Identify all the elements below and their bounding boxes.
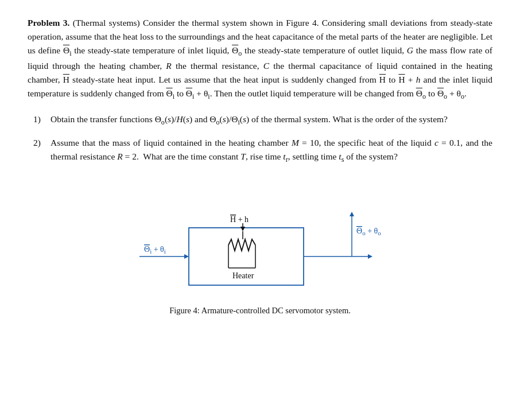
svg-marker-6 xyxy=(240,227,245,231)
problem-paragraph: Problem 3. (Thermal systems) Consider th… xyxy=(28,16,492,102)
q1-number: 1) xyxy=(33,112,51,126)
problem-subtitle: (Thermal systems) Consider the thermal s… xyxy=(28,18,492,98)
svg-text:Heater: Heater xyxy=(232,271,254,280)
figure-area: Θi + θi H + h xyxy=(28,182,492,316)
q1-content: Obtain the transfer functions Θo(s)/H(s)… xyxy=(51,112,492,128)
questions-list: 1) Obtain the transfer functions Θo(s)/H… xyxy=(28,112,492,165)
problem-container: Problem 3. (Thermal systems) Consider th… xyxy=(28,16,492,316)
question-2: 2) Assume that the mass of liquid contai… xyxy=(33,136,492,165)
diagram-svg: Θi + θi H + h xyxy=(122,182,398,297)
svg-marker-1 xyxy=(184,254,189,259)
q2-number: 2) xyxy=(33,136,51,150)
problem-number: Problem 3. xyxy=(28,18,69,28)
svg-text:Θo
          + θo: Θo + θo xyxy=(356,227,381,236)
figure-caption: Figure 4: Armature-controlled DC servomo… xyxy=(169,306,351,316)
svg-marker-13 xyxy=(368,254,372,259)
svg-marker-15 xyxy=(350,212,354,216)
q2-content: Assume that the mass of liquid contained… xyxy=(51,136,492,165)
svg-text:Θi
          + θi: Θi + θi xyxy=(144,245,166,255)
svg-text:H
          + h: H + h xyxy=(230,215,249,224)
diagram-container: Θi + θi H + h xyxy=(122,182,398,297)
question-1: 1) Obtain the transfer functions Θo(s)/H… xyxy=(33,112,492,128)
